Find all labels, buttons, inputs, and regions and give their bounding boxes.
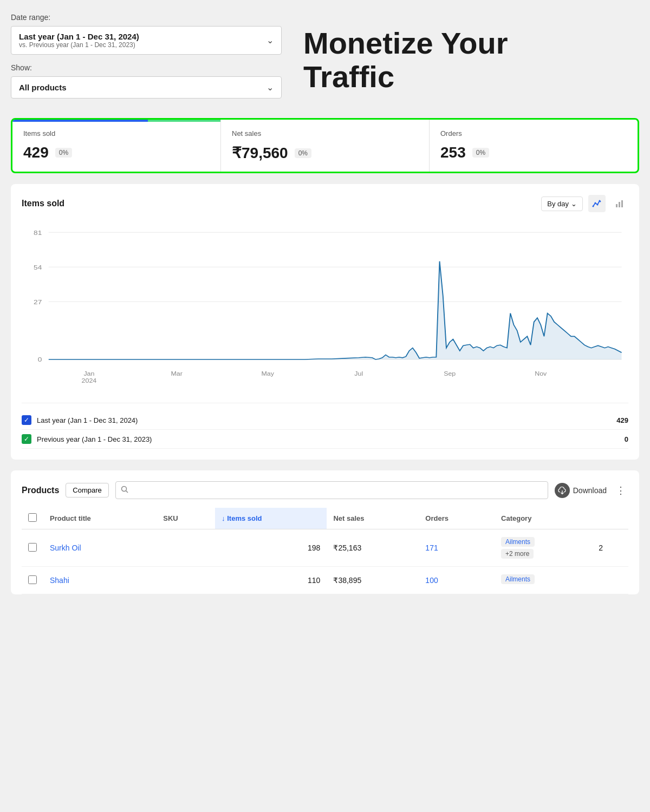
- svg-line-24: [126, 490, 128, 493]
- by-day-chevron-icon: ⌄: [571, 200, 577, 208]
- legend-item-prevyear: ✓ Previous year (Jan 1 - Dec 31, 2023) 0: [22, 430, 628, 449]
- row1-category-badge[interactable]: Ailments: [501, 537, 535, 547]
- stat-orders-value: 253 0%: [440, 144, 627, 161]
- show-label: Show:: [11, 63, 282, 72]
- svg-text:2024: 2024: [82, 377, 97, 383]
- stat-items-sold: Items sold 429 0%: [12, 120, 221, 172]
- legend-value-lastyear: 429: [616, 416, 628, 424]
- stat-net-sales-badge: 0%: [295, 148, 311, 158]
- row2-orders-link[interactable]: 100: [425, 576, 438, 585]
- search-input[interactable]: [115, 481, 548, 499]
- row2-net-sales: ₹38,895: [327, 567, 419, 594]
- products-section: Products Compare Download ⋮: [11, 470, 639, 594]
- row1-extra: 2: [592, 529, 628, 567]
- svg-text:Mar: Mar: [171, 371, 183, 377]
- row2-orders: 100: [419, 567, 495, 594]
- legend-value-prevyear: 0: [625, 435, 628, 443]
- legend-label-lastyear: Last year (Jan 1 - Dec 31, 2024): [37, 416, 138, 424]
- chart-title: Items sold: [22, 199, 64, 208]
- legend-check-lastyear: ✓: [22, 415, 31, 425]
- products-table: Product title SKU ↓ Items sold Net sales…: [22, 508, 628, 594]
- svg-point-0: [593, 206, 594, 207]
- by-day-label: By day: [547, 200, 569, 208]
- chart-area: 81 54 27 0 Jan 2024 Mar May Jul Sep Nov: [22, 221, 628, 394]
- svg-point-23: [121, 486, 126, 491]
- svg-text:Nov: Nov: [535, 371, 547, 377]
- svg-text:Sep: Sep: [444, 371, 456, 377]
- row1-sku: [157, 529, 215, 567]
- legend-check-prevyear: ✓: [22, 434, 31, 444]
- row2-checkbox-cell[interactable]: [22, 567, 43, 594]
- col-category[interactable]: Category: [495, 508, 592, 529]
- more-options-button[interactable]: ⋮: [613, 483, 628, 498]
- svg-text:May: May: [261, 371, 274, 377]
- by-day-dropdown[interactable]: By day ⌄: [541, 197, 583, 211]
- stat-orders-badge: 0%: [472, 148, 489, 158]
- show-dropdown[interactable]: All products ⌄: [11, 76, 282, 99]
- table-row: Surkh Oil 198 ₹25,163 171 Ailments +2 mo…: [22, 529, 628, 567]
- stat-items-sold-badge: 0%: [55, 148, 72, 158]
- download-button[interactable]: Download: [555, 483, 607, 498]
- download-cloud-icon: [555, 483, 570, 498]
- stat-orders: Orders 253 0%: [430, 120, 638, 172]
- row1-net-sales: ₹25,163: [327, 529, 419, 567]
- row1-checkbox[interactable]: [28, 543, 37, 552]
- stat-items-sold-value: 429 0%: [23, 144, 210, 161]
- svg-rect-5: [619, 202, 620, 207]
- svg-point-1: [595, 202, 596, 204]
- row2-category-badge[interactable]: Ailments: [501, 574, 535, 584]
- bar-chart-icon[interactable]: [611, 195, 628, 212]
- svg-text:54: 54: [34, 264, 42, 271]
- row1-category: Ailments +2 more: [495, 529, 592, 567]
- stat-net-sales-value: ₹79,560 0%: [232, 144, 418, 162]
- date-range-dropdown[interactable]: Last year (Jan 1 - Dec 31, 2024) vs. Pre…: [11, 26, 282, 55]
- search-container: [115, 481, 548, 499]
- stat-items-sold-label: Items sold: [23, 129, 210, 137]
- row1-orders: 171: [419, 529, 495, 567]
- col-orders[interactable]: Orders: [419, 508, 495, 529]
- svg-point-2: [597, 204, 599, 206]
- col-product-title[interactable]: Product title: [43, 508, 157, 529]
- select-all-checkbox[interactable]: [28, 513, 37, 522]
- row1-product-link[interactable]: Surkh Oil: [50, 543, 81, 552]
- svg-text:Jan: Jan: [83, 371, 94, 377]
- select-all-header[interactable]: [22, 508, 43, 529]
- row1-more-badge[interactable]: +2 more: [501, 549, 534, 559]
- row2-product-name: Shahi: [43, 567, 157, 594]
- row2-checkbox[interactable]: [28, 575, 37, 584]
- stats-cards: Items sold 429 0% Net sales ₹79,560 0% O…: [11, 118, 639, 173]
- row2-product-link[interactable]: Shahi: [50, 576, 69, 585]
- date-range-main-value: Last year (Jan 1 - Dec 31, 2024): [19, 32, 139, 41]
- svg-marker-22: [49, 261, 622, 359]
- compare-button[interactable]: Compare: [66, 483, 108, 497]
- promo-text: Monetize Your Traffic: [303, 27, 508, 93]
- search-icon: [121, 486, 128, 495]
- svg-rect-6: [621, 200, 623, 207]
- svg-text:0: 0: [38, 356, 42, 363]
- show-chevron-icon: ⌄: [266, 82, 274, 93]
- row1-checkbox-cell[interactable]: [22, 529, 43, 567]
- col-items-sold[interactable]: ↓ Items sold: [215, 508, 327, 529]
- svg-point-3: [599, 200, 601, 202]
- stat-orders-label: Orders: [440, 129, 627, 137]
- col-sku[interactable]: SKU: [157, 508, 215, 529]
- row2-sku: [157, 567, 215, 594]
- row1-orders-link[interactable]: 171: [425, 543, 438, 552]
- row1-product-name: Surkh Oil: [43, 529, 157, 567]
- svg-text:81: 81: [34, 229, 42, 237]
- line-chart-icon[interactable]: [588, 195, 606, 212]
- table-row: Shahi 110 ₹38,895 100 Ailments: [22, 567, 628, 594]
- stat-net-sales-label: Net sales: [232, 129, 418, 137]
- show-value: All products: [19, 83, 67, 92]
- legend-item-lastyear: ✓ Last year (Jan 1 - Dec 31, 2024) 429: [22, 411, 628, 430]
- svg-rect-4: [616, 204, 618, 207]
- products-title: Products: [22, 486, 59, 495]
- col-net-sales[interactable]: Net sales: [327, 508, 419, 529]
- svg-text:Jul: Jul: [354, 371, 363, 377]
- date-range-chevron-icon: ⌄: [266, 35, 274, 45]
- row2-extra: [592, 567, 628, 594]
- legend-label-prevyear: Previous year (Jan 1 - Dec 31, 2023): [37, 435, 152, 443]
- chart-svg: 81 54 27 0 Jan 2024 Mar May Jul Sep Nov: [22, 221, 628, 394]
- chart-legend: ✓ Last year (Jan 1 - Dec 31, 2024) 429 ✓…: [22, 403, 628, 449]
- row2-items-sold: 110: [215, 567, 327, 594]
